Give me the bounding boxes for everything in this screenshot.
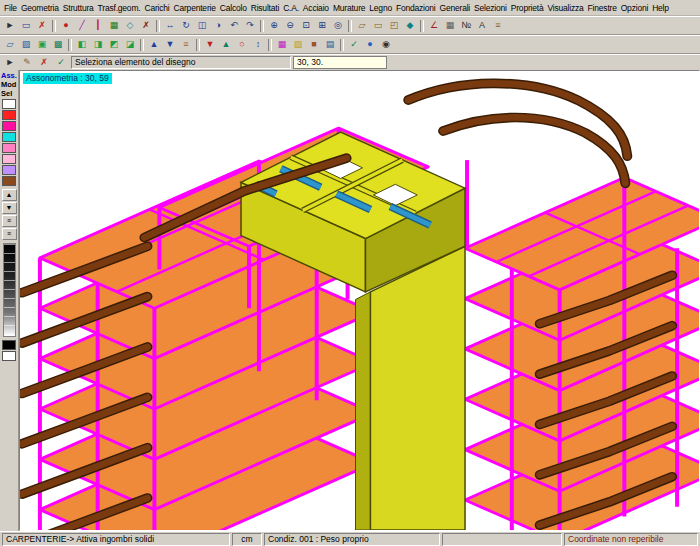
- loads-icon[interactable]: ▼: [202, 37, 218, 52]
- mode-label-ass[interactable]: Ass.: [0, 71, 19, 80]
- color-swatch-brown[interactable]: [2, 176, 16, 186]
- solid-view-icon[interactable]: ▣: [34, 37, 50, 52]
- color-swatch-red[interactable]: [2, 110, 16, 120]
- storey-icon[interactable]: ≡: [178, 37, 194, 52]
- section-icon[interactable]: ◨: [90, 37, 106, 52]
- move-icon[interactable]: ↔: [162, 18, 178, 33]
- extrude-icon[interactable]: ◧: [74, 37, 90, 52]
- wireframe-icon[interactable]: ▱: [2, 37, 18, 52]
- color-swatch-lightpink[interactable]: [2, 154, 16, 164]
- menu-item[interactable]: Trasf.geom.: [96, 3, 143, 13]
- toolbar-separator: [52, 20, 56, 32]
- releases-icon[interactable]: ○: [234, 37, 250, 52]
- floor-up-icon[interactable]: ▲: [146, 37, 162, 52]
- offsets-icon[interactable]: ↕: [250, 37, 266, 52]
- toolbar-separator: [268, 39, 272, 51]
- menu-item[interactable]: Selezioni: [472, 3, 509, 13]
- draw-node-icon[interactable]: ●: [58, 18, 74, 33]
- select-window-icon[interactable]: ▭: [18, 18, 34, 33]
- copy-icon[interactable]: ◫: [194, 18, 210, 33]
- draw-beam-icon[interactable]: ╱: [74, 18, 90, 33]
- structural-model: [20, 71, 699, 530]
- view-axonometry-icon[interactable]: ◰: [386, 18, 402, 33]
- sections-list-icon[interactable]: ▤: [322, 37, 338, 52]
- menu-item[interactable]: Finestre: [586, 3, 619, 13]
- menu-item[interactable]: Proprietà: [509, 3, 546, 13]
- color-swatch-pink[interactable]: [2, 143, 16, 153]
- view-3d-icon[interactable]: ◆: [402, 18, 418, 33]
- info-icon[interactable]: ●: [362, 37, 378, 52]
- hidden-lines-icon[interactable]: ▨: [18, 37, 34, 52]
- undo-icon[interactable]: ↶: [226, 18, 242, 33]
- colors-icon[interactable]: ▧: [290, 37, 306, 52]
- draw-column-icon[interactable]: ┃: [90, 18, 106, 33]
- view-plan-icon[interactable]: ▱: [354, 18, 370, 33]
- mode-labels: Ass.ModSel: [0, 71, 18, 98]
- zoom-window-icon[interactable]: ⊡: [298, 18, 314, 33]
- text-icon[interactable]: A: [474, 18, 490, 33]
- zoom-in-icon[interactable]: ⊕: [266, 18, 282, 33]
- draw-wall-icon[interactable]: ▦: [106, 18, 122, 33]
- color-swatch-cyan[interactable]: [2, 132, 16, 142]
- pointer-mode-icon[interactable]: ►: [2, 55, 18, 70]
- view-front-icon[interactable]: ▭: [370, 18, 386, 33]
- menu-item[interactable]: Generali: [438, 3, 473, 13]
- panel-down-button[interactable]: ▼: [2, 202, 17, 214]
- panel-up-button[interactable]: ▲: [2, 189, 17, 201]
- menu-item[interactable]: Geometria: [19, 3, 61, 13]
- confirm-icon[interactable]: ✓: [53, 55, 69, 70]
- camera-icon[interactable]: ◉: [378, 37, 394, 52]
- delete-icon[interactable]: ✗: [138, 18, 154, 33]
- pan-icon[interactable]: ◎: [330, 18, 346, 33]
- toolbar-separator: [340, 39, 344, 51]
- mode-label-mod[interactable]: Mod: [0, 80, 19, 89]
- select-cross-icon[interactable]: ✗: [34, 18, 50, 33]
- coordinate-input[interactable]: [293, 56, 387, 69]
- zoom-out-icon[interactable]: ⊖: [282, 18, 298, 33]
- edit-mode-icon[interactable]: ✎: [19, 55, 35, 70]
- color-swatch-white[interactable]: [2, 99, 16, 109]
- transparency-icon[interactable]: ◪: [122, 37, 138, 52]
- menu-item[interactable]: Carpenterie: [172, 3, 218, 13]
- zoom-all-icon[interactable]: ⊞: [314, 18, 330, 33]
- mesh-view-icon[interactable]: ▦: [274, 37, 290, 52]
- color-swatch-black[interactable]: [2, 340, 16, 350]
- color-swatch-violet[interactable]: [2, 165, 16, 175]
- properties-icon[interactable]: ≡: [490, 18, 506, 33]
- menu-item[interactable]: File: [2, 3, 19, 13]
- rotate-icon[interactable]: ↻: [178, 18, 194, 33]
- grid-icon[interactable]: ▦: [442, 18, 458, 33]
- drawing-canvas[interactable]: Assonometria : 30, 59: [19, 70, 700, 531]
- mirror-icon[interactable]: ◑: [210, 18, 226, 33]
- menu-item[interactable]: Calcolo: [218, 3, 249, 13]
- solids-toggle-icon[interactable]: ◩: [106, 37, 122, 52]
- materials-icon[interactable]: ■: [306, 37, 322, 52]
- menu-item[interactable]: Carichi: [142, 3, 171, 13]
- measure-icon[interactable]: ∠: [426, 18, 442, 33]
- mode-label-sel[interactable]: Sel: [0, 89, 19, 98]
- menu-item[interactable]: Acciaio: [301, 3, 331, 13]
- menu-item[interactable]: C.A.: [281, 3, 301, 13]
- supports-icon[interactable]: ▲: [218, 37, 234, 52]
- menu-item[interactable]: Fondazioni: [394, 3, 438, 13]
- redo-icon[interactable]: ↷: [242, 18, 258, 33]
- depth-scale-bar[interactable]: [3, 243, 16, 337]
- numbering-icon[interactable]: №: [458, 18, 474, 33]
- panel-list2-button[interactable]: ≡: [2, 228, 17, 240]
- color-swatch-white-2[interactable]: [2, 351, 16, 361]
- check-model-icon[interactable]: ✓: [346, 37, 362, 52]
- menu-item[interactable]: Opzioni: [619, 3, 650, 13]
- select-arrow-icon[interactable]: ►: [2, 18, 18, 33]
- draw-slab-icon[interactable]: ◇: [122, 18, 138, 33]
- menu-item[interactable]: Legno: [367, 3, 394, 13]
- panel-list-button[interactable]: ≡: [2, 215, 17, 227]
- menu-item[interactable]: Risultati: [249, 3, 281, 13]
- floor-down-icon[interactable]: ▼: [162, 37, 178, 52]
- shaded-view-icon[interactable]: ▩: [50, 37, 66, 52]
- color-swatch-magenta[interactable]: [2, 121, 16, 131]
- menu-item[interactable]: Struttura: [61, 3, 96, 13]
- menu-item[interactable]: Help: [650, 3, 671, 13]
- menu-item[interactable]: Murature: [331, 3, 367, 13]
- cancel-icon[interactable]: ✗: [36, 55, 52, 70]
- menu-item[interactable]: Visualizza: [545, 3, 585, 13]
